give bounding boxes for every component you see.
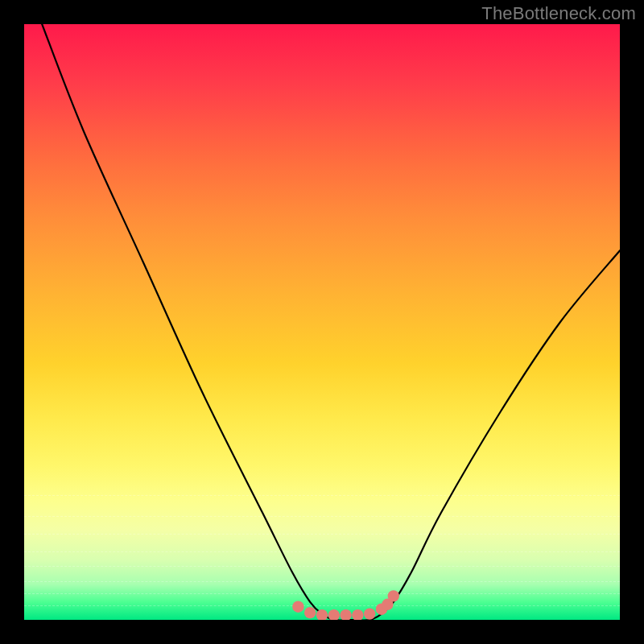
- chart-svg: [24, 24, 620, 620]
- watermark-text: TheBottleneck.com: [481, 3, 636, 24]
- bottleneck-curve-group: [42, 24, 620, 620]
- chart-area: [24, 24, 620, 620]
- highlight-dot: [340, 609, 351, 620]
- outer-frame: TheBottleneck.com: [0, 0, 644, 644]
- highlight-markers: [292, 590, 399, 620]
- highlight-dot: [352, 609, 363, 620]
- bottleneck-curve: [42, 24, 620, 620]
- highlight-dot: [364, 608, 375, 619]
- highlight-dot: [328, 609, 340, 620]
- highlight-dot: [388, 590, 399, 601]
- highlight-dot: [304, 607, 316, 618]
- highlight-dot: [292, 601, 303, 613]
